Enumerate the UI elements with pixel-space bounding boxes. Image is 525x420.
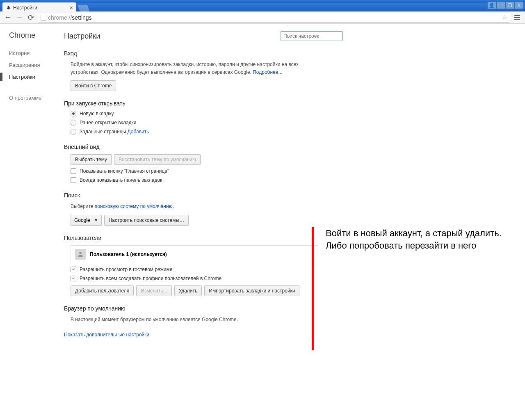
startup-heading: При запуске открывать [64,100,318,107]
section-signin: Вход Войдите в аккаунт, чтобы синхронизи… [64,50,318,91]
appearance-heading: Внешний вид [64,144,318,150]
maximize-icon[interactable]: ❐ [505,2,514,9]
avatar-icon [75,249,86,260]
import-bookmarks-button[interactable]: Импортировать закладки и настройки [204,285,299,296]
bookmarks-bar-checkbox[interactable]: Всегда показывать панель закладок [71,177,318,183]
annotation-overlay: Войти в новый аккаунт, а старый удалить.… [312,227,525,350]
edit-user-button: Изменить... [136,285,171,296]
checkbox-icon [71,168,76,174]
browser-tab[interactable]: ✱ Настройки × [2,2,76,11]
search-heading: Поиск [64,192,318,199]
user-profile-row[interactable]: Пользователь 1 (используется) [71,245,318,263]
signin-heading: Вход [64,50,318,57]
home-button-checkbox[interactable]: Показывать кнопку "Главная страница" [71,168,318,174]
restore-theme-button: Восстановить тему по умолчанию [114,154,201,165]
section-appearance: Внешний вид Выбрать тему Восстановить те… [64,144,318,183]
page-icon [41,15,46,21]
sidebar-item-settings[interactable]: Настройки [9,71,62,83]
reload-icon[interactable]: ⟳ [26,13,35,22]
section-search: Поиск Выберите поисковую систему по умол… [64,192,318,225]
radio-icon [71,120,76,126]
bookmark-star-icon[interactable]: ☆ [502,14,507,21]
close-icon[interactable]: × [70,5,73,11]
checkbox-icon: ✓ [71,267,76,272]
delete-user-button[interactable]: Удалить [174,285,202,296]
settings-main: Настройки Вход Войдите в аккаунт, чтобы … [62,24,525,420]
radio-icon [71,111,76,116]
signin-description: Войдите в аккаунт, чтобы синхронизироват… [71,61,318,76]
checkbox-icon [71,177,76,183]
new-tab-button[interactable] [78,5,90,11]
hamburger-menu-icon[interactable] [513,15,522,20]
minimize-icon[interactable]: — [496,2,505,9]
section-default-browser: Браузер по умолчанию В настоящий момент … [64,305,318,324]
page-title: Настройки [64,32,100,41]
user-name: Пользователь 1 (используется) [90,251,167,257]
gear-icon: ✱ [7,5,11,11]
tab-title: Настройки [13,5,37,11]
settings-sidebar: Chrome История Расширения Настройки О пр… [0,24,62,420]
users-heading: Пользователи [64,235,318,241]
section-users: Пользователи Пользователь 1 (используетс… [64,235,318,296]
startup-radio-previous[interactable]: Ранее открытые вкладки [71,120,318,126]
tab-strip: ✱ Настройки × 👤 — ❐ × [0,3,525,11]
sidebar-item-extensions[interactable]: Расширения [9,59,62,71]
allow-profiles-checkbox[interactable]: ✓ Разрешить всем создавать профили польз… [71,276,318,281]
search-description: Выберите поисковую систему по умолчанию. [71,203,318,210]
address-bar[interactable]: chrome://settings ☆ [38,13,510,23]
signin-more-link[interactable]: Подробнее... [253,69,282,75]
sidebar-brand: Chrome [9,31,62,40]
show-advanced-link[interactable]: Показать дополнительные настройки [64,332,149,338]
startup-add-link[interactable]: Добавить [128,129,149,135]
signin-button[interactable]: Войти в Chrome [71,80,116,91]
checkbox-icon: ✓ [71,276,76,281]
forward-icon: → [15,13,24,22]
close-window-icon[interactable]: × [514,2,523,9]
user-icon[interactable]: 👤 [487,2,496,9]
section-startup: При запуске открывать Новую вкладку Ране… [64,100,318,135]
url-text: chrome://settings [48,14,92,21]
sidebar-item-about[interactable]: О программе [9,92,62,104]
choose-theme-button[interactable]: Выбрать тему [71,154,112,165]
window-titlebar [0,0,525,3]
browser-toolbar: ← → ⟳ chrome://settings ☆ [0,11,525,24]
annotation-text: Войти в новый аккаунт, а старый удалить.… [326,227,525,350]
radio-icon [71,129,76,135]
sidebar-item-history[interactable]: История [9,47,62,59]
chevron-down-icon: ▼ [94,218,98,222]
manage-search-button[interactable]: Настроить поисковые системы… [104,215,189,226]
annotation-red-bar [312,227,314,350]
search-engine-select[interactable]: Google▼ [71,215,102,226]
default-browser-heading: Браузер по умолчанию [64,305,318,312]
search-input[interactable] [281,31,343,41]
window-controls: 👤 — ❐ × [487,2,523,9]
default-browser-text: В настоящий момент браузером по умолчани… [71,316,318,324]
startup-radio-pages[interactable]: Заданные страницы Добавить [71,129,318,135]
default-search-link[interactable]: поисковую систему по умолчанию [95,203,173,209]
startup-radio-new-tab[interactable]: Новую вкладку [71,111,318,116]
add-user-button[interactable]: Добавить пользователя [71,285,134,296]
back-icon[interactable]: ← [3,13,12,22]
guest-mode-checkbox[interactable]: ✓ Разрешить просмотр в гостевом режиме [71,267,318,272]
